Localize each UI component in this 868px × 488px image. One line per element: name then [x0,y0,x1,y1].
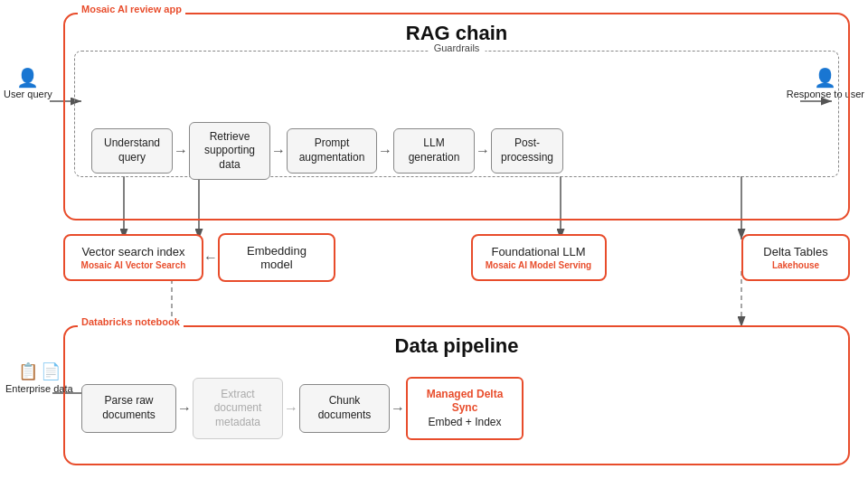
dp-arrow-1: → [176,400,193,417]
foundational-box: Foundational LLM Mosaic AI Model Serving [471,234,607,281]
user-query: 👤 User query [4,67,52,99]
vector-search-sublabel: Mosaic AI Vector Search [78,260,189,270]
step-prompt-label: Promptaugmentation [299,136,365,164]
dp-managed-label: Managed Delta Sync [427,388,504,415]
arrow-mid-1: ← [203,249,218,266]
diagram: 👤 User query 👤 Response to user Mosaic A… [0,0,868,488]
step-llm: LLMgeneration [393,128,475,173]
enterprise-icons: 📋 📄 [5,361,73,381]
doc-icon: 📄 [41,361,61,381]
rag-app-label: Mosaic AI review app [78,4,185,14]
dp-extract-label: Extractdocumentmetadata [214,388,262,428]
person-icon: 👤 [16,68,39,88]
step-prompt: Promptaugmentation [287,128,377,173]
dp-extract: Extractdocumentmetadata [193,378,283,440]
vector-search-label: Vector search index [81,245,184,258]
data-pipeline-container: Databricks notebook Data pipeline Parse … [63,325,850,465]
arrow-1: → [173,143,189,159]
arrow-4: → [475,143,491,159]
user-query-label: User query [4,89,52,99]
step-post-label: Post-processing [501,136,553,164]
dp-embed-label: Embed + Index [428,416,501,428]
step-understand: Understandquery [91,128,173,173]
dp-managed: Managed Delta Sync Embed + Index [406,377,524,441]
enterprise-data: 📋 📄 Enterprise data [5,361,73,394]
dp-arrow-2: → [283,400,299,417]
step-retrieve-label: Retrievesupportingdata [204,130,255,171]
dp-parse-label: Parse rawdocuments [102,394,156,421]
foundational-sublabel: Mosaic AI Model Serving [486,260,592,270]
dp-arrow-3: → [390,400,406,417]
delta-tables-label: Delta Tables [763,245,827,258]
arrow-3: → [377,143,393,159]
embedding-box: Embedding model [218,233,335,282]
foundational-label: Foundational LLM [491,245,585,258]
embedding-label: Embedding model [247,244,307,271]
guardrails-label: Guardrails [429,42,486,53]
rag-chain-container: Mosaic AI review app RAG chain Guardrail… [63,13,850,221]
step-post: Post-processing [491,128,563,173]
dp-notebook-label: Databricks notebook [78,316,184,327]
rag-steps: Understandquery → Retrievesupportingdata… [91,101,822,201]
middle-row: Vector search index Mosaic AI Vector Sea… [63,233,850,282]
delta-sublabel: Lakehouse [756,260,835,270]
enterprise-label: Enterprise data [5,383,73,394]
step-llm-label: LLMgeneration [409,136,460,164]
dp-chunk: Chunkdocuments [299,384,390,432]
vector-search-box: Vector search index Mosaic AI Vector Sea… [63,234,203,281]
dp-chunk-label: Chunkdocuments [318,394,372,421]
step-understand-label: Understandquery [104,136,160,164]
guardrails-box: Guardrails Understandquery → Retrievesup… [74,51,839,177]
table-icon: 📋 [18,361,38,381]
delta-tables-box: Delta Tables Lakehouse [741,234,850,281]
step-retrieve: Retrievesupportingdata [189,122,270,181]
dp-title: Data pipeline [65,334,848,358]
arrow-2: → [270,143,287,159]
dp-steps: Parse rawdocuments → Extractdocumentmeta… [81,368,832,449]
dp-parse: Parse rawdocuments [81,384,176,432]
